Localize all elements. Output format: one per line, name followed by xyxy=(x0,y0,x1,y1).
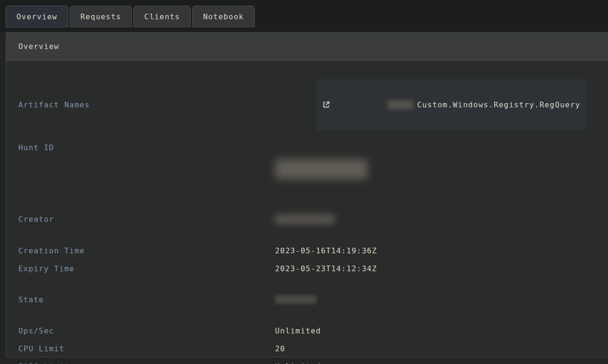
cpu-limit-value: 20 xyxy=(275,344,285,353)
row-state: State xyxy=(18,277,596,322)
redacted-state xyxy=(275,295,316,304)
row-expiry-time: Expiry Time 2023-05-23T14:12:34Z xyxy=(18,259,596,277)
tab-clients[interactable]: Clients xyxy=(133,6,191,27)
redacted-artifact-prefix xyxy=(388,100,413,109)
iops-limit-value: Unlimited xyxy=(275,362,321,364)
hunt-id-label: Hunt ID xyxy=(18,141,275,152)
row-creator: Creator xyxy=(18,197,596,242)
expiry-time-label: Expiry Time xyxy=(18,264,275,273)
artifact-name-text: Custom.Windows.Registry.RegQuery xyxy=(417,100,581,109)
tab-requests[interactable]: Requests xyxy=(70,6,132,27)
ops-sec-label: Ops/Sec xyxy=(18,326,275,335)
creation-time-value: 2023-05-16T14:19:36Z xyxy=(275,246,377,255)
expiry-time-value: 2023-05-23T14:12:34Z xyxy=(275,264,377,273)
panel-title: Overview xyxy=(18,42,59,51)
row-hunt-id: Hunt ID xyxy=(18,139,596,197)
redacted-hunt-id xyxy=(275,159,367,179)
creation-time-label: Creation Time xyxy=(18,246,275,255)
row-artifact-names: Artifact Names Custom.Windows.Registry.R… xyxy=(18,70,596,139)
state-label: State xyxy=(18,295,275,304)
artifact-link-button[interactable]: Custom.Windows.Registry.RegQuery xyxy=(316,79,587,130)
tab-overview[interactable]: Overview xyxy=(6,6,68,27)
creator-label: Creator xyxy=(18,215,275,224)
overview-panel: Overview Artifact Names Custom.Windows.R… xyxy=(6,32,608,357)
tab-bar: Overview Requests Clients Notebook xyxy=(0,0,608,32)
row-ops-sec: Ops/Sec Unlimited xyxy=(18,322,596,340)
ops-sec-value: Unlimited xyxy=(275,326,321,335)
row-iops-limit: IOPS Limit Unlimited xyxy=(18,357,596,364)
panel-header: Overview xyxy=(6,32,608,61)
panel-body: Artifact Names Custom.Windows.Registry.R… xyxy=(6,61,608,364)
row-creation-time: Creation Time 2023-05-16T14:19:36Z xyxy=(18,242,596,259)
iops-limit-label: IOPS Limit xyxy=(18,362,275,364)
redacted-creator xyxy=(275,215,334,224)
artifact-names-label: Artifact Names xyxy=(18,100,275,109)
cpu-limit-label: CPU Limit xyxy=(18,344,275,353)
row-cpu-limit: CPU Limit 20 xyxy=(18,340,596,357)
external-link-icon xyxy=(322,83,383,127)
tab-notebook[interactable]: Notebook xyxy=(192,6,255,27)
